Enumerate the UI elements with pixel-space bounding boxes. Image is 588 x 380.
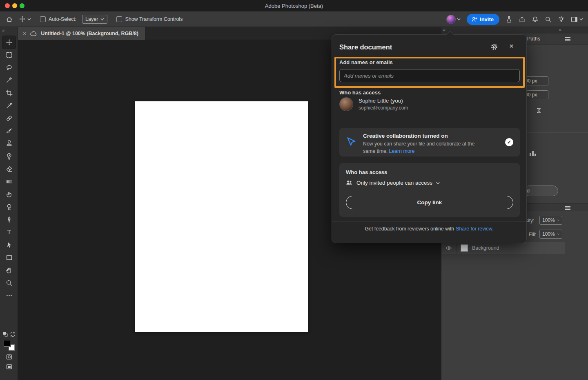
tab-close-icon[interactable]: × — [23, 31, 26, 36]
minimize-window-button[interactable] — [12, 3, 17, 8]
hand-tool[interactable] — [2, 264, 16, 277]
learn-more-link[interactable]: Learn more — [389, 148, 415, 154]
screen-mode-icon[interactable] — [6, 363, 13, 370]
owner-name: Sophie Little (you) — [359, 98, 408, 104]
workspace-switcher[interactable] — [571, 16, 583, 23]
add-names-label: Add names or emails — [339, 59, 393, 65]
collapse-toolbar-icon[interactable]: » — [2, 28, 4, 33]
add-person-icon — [471, 16, 477, 22]
copy-link-button[interactable]: Copy link — [346, 196, 513, 209]
share-export-icon[interactable] — [519, 16, 526, 23]
collaboration-card: Creative collaboration turned on Now you… — [339, 128, 520, 156]
options-bar: Auto-Select: Layer Show Transform Contro… — [0, 11, 588, 27]
tools-panel: » T — [0, 27, 18, 380]
clone-stamp-tool[interactable] — [2, 137, 16, 150]
share-settings-gear-icon[interactable] — [490, 43, 498, 51]
chevron-down-icon — [557, 219, 559, 221]
share-for-review-link[interactable]: Share for review. — [456, 226, 493, 232]
chevron-down-icon — [436, 182, 440, 184]
layer-visibility-eye-icon[interactable] — [445, 245, 452, 251]
foreground-color-swatch[interactable] — [4, 340, 10, 346]
opacity-label: sity: — [526, 218, 534, 224]
rectangular-marquee-tool[interactable] — [2, 49, 16, 61]
show-transform-label: Show Transform Controls — [125, 16, 183, 22]
footer-divider — [332, 221, 526, 221]
canvas-document[interactable] — [135, 101, 308, 332]
eraser-tool[interactable] — [2, 163, 16, 175]
expand-panels-icon[interactable]: « — [443, 27, 445, 32]
chevron-down-icon — [457, 18, 461, 20]
quick-selection-tool[interactable] — [2, 74, 16, 87]
share-document-dialog: Share document × Add names or emails Who… — [332, 34, 527, 243]
svg-text:T: T — [7, 229, 11, 235]
chevron-down-icon — [27, 18, 31, 20]
lasso-tool[interactable] — [2, 61, 16, 74]
quick-mask-icon[interactable] — [6, 353, 13, 360]
window-titlebar: Adobe Photoshop (Beta) — [0, 0, 588, 11]
pen-tool[interactable] — [2, 213, 16, 226]
show-transform-checkbox[interactable] — [116, 16, 122, 22]
owner-row: Sophie Little (you) sophie@company.com — [339, 97, 408, 111]
more-tools-button[interactable] — [2, 289, 16, 302]
search-icon[interactable] — [545, 16, 552, 23]
cloud-document-icon — [30, 31, 37, 36]
smudge-tool[interactable] — [2, 188, 16, 201]
collaboration-description: Now you can share your file and collabor… — [363, 141, 474, 154]
history-brush-tool[interactable] — [2, 150, 16, 163]
account-menu[interactable] — [446, 15, 461, 24]
people-icon — [346, 180, 353, 186]
layer-thumbnail[interactable] — [461, 244, 468, 252]
auto-select-target-dropdown[interactable]: Layer — [82, 15, 107, 24]
document-tab[interactable]: × Untitled-1 @ 100% (Background, RGB/8) — [18, 27, 145, 40]
collaboration-cursor-icon — [346, 136, 356, 147]
layer-row-background[interactable]: Background — [441, 242, 565, 254]
home-icon[interactable] — [6, 16, 13, 23]
window-title: Adobe Photoshop (Beta) — [265, 3, 323, 9]
partial-hidden-button[interactable]: d — [524, 186, 558, 196]
owner-avatar — [339, 97, 353, 111]
healing-brush-tool[interactable] — [2, 112, 16, 125]
chevron-down-icon — [100, 18, 104, 20]
add-names-input[interactable] — [339, 69, 520, 82]
crop-tool[interactable] — [2, 87, 16, 99]
move-tool-option[interactable] — [19, 16, 31, 22]
panel-menu-icon[interactable] — [565, 37, 570, 41]
discover-lightbulb-icon[interactable] — [558, 16, 565, 23]
foreground-background-swatches[interactable] — [4, 340, 15, 351]
collapse-panels-icon[interactable]: » — [559, 27, 561, 32]
tab-title: Untitled-1 @ 100% (Background, RGB/8) — [41, 31, 138, 36]
chevron-down-icon — [557, 233, 559, 235]
brush-tool[interactable] — [2, 125, 16, 137]
rectangle-shape-tool[interactable] — [2, 251, 16, 264]
opacity-dropdown[interactable]: 100% — [539, 216, 562, 225]
zoom-window-button[interactable] — [20, 3, 24, 8]
dialog-title: Share document — [339, 43, 392, 51]
zoom-tool[interactable] — [2, 277, 16, 289]
notifications-bell-icon[interactable] — [532, 16, 539, 23]
swap-colors-icon[interactable] — [10, 331, 16, 337]
close-window-button[interactable] — [5, 3, 10, 8]
gradient-tool[interactable] — [2, 175, 16, 188]
beta-feedback-icon[interactable] — [506, 16, 512, 23]
tab-paths[interactable]: Paths — [527, 36, 540, 42]
owner-email: sophie@company.com — [359, 105, 408, 111]
dialog-close-icon[interactable]: × — [509, 42, 514, 51]
collaboration-title: Creative collaboration turned on — [363, 133, 486, 139]
auto-select-checkbox[interactable] — [40, 16, 46, 22]
path-selection-tool[interactable] — [2, 239, 16, 251]
layers-panel-menu-icon[interactable] — [565, 206, 570, 210]
access-card: Who has access Only invited people can a… — [339, 163, 520, 217]
invite-button[interactable]: Invite — [467, 14, 499, 25]
eyedropper-tool[interactable] — [2, 99, 16, 112]
fill-label: Fill: — [529, 232, 537, 237]
layer-name: Background — [472, 245, 499, 251]
collaboration-check-icon: ✓ — [505, 138, 513, 146]
access-level-dropdown[interactable]: Only invited people can access — [339, 175, 520, 186]
type-tool[interactable]: T — [2, 226, 16, 239]
dodge-tool[interactable] — [2, 201, 16, 213]
fill-dropdown[interactable]: 100% — [539, 230, 562, 239]
auto-select-label: Auto-Select: — [49, 16, 76, 22]
default-colors-icon[interactable] — [3, 332, 8, 337]
move-tool[interactable] — [2, 36, 16, 49]
chevron-down-icon — [579, 18, 583, 20]
